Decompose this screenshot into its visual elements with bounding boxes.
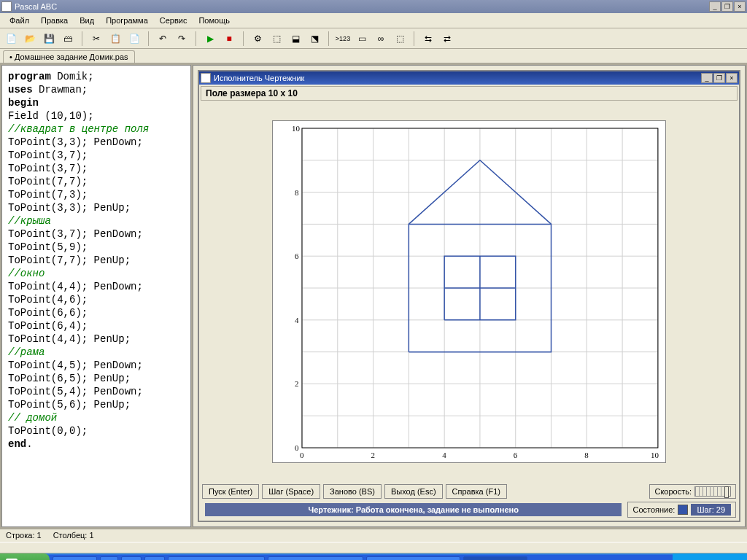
task-item[interactable]: 📁 PABC: [53, 556, 97, 560]
svg-text:4: 4: [442, 451, 446, 459]
main-titlebar: Pascal ABC _ ❐ ×: [0, 0, 747, 13]
statusbar: Строка: 1 Столбец: 1: [0, 529, 747, 542]
start-button[interactable]: Пуск: [0, 553, 50, 560]
drawing-canvas: 10 8 6 4 2 0 0 2 4 6 8 10: [272, 120, 666, 463]
svg-text:8: 8: [584, 451, 589, 459]
tool9-icon[interactable]: ⇆: [422, 32, 435, 45]
redo-icon[interactable]: ↷: [175, 32, 188, 45]
save-icon[interactable]: 💾: [42, 32, 55, 45]
run-button[interactable]: Пуск (Enter): [202, 484, 259, 499]
close-button[interactable]: ×: [734, 1, 746, 12]
speed-slider[interactable]: [694, 486, 731, 497]
tool4-icon[interactable]: ⬔: [308, 32, 321, 45]
menu-edit[interactable]: Правка: [36, 15, 73, 26]
task-item-active[interactable]: 🗔 Pascal ABC: [463, 556, 527, 560]
drawer-title: Исполнитель Чертежник: [214, 74, 304, 82]
copy-icon[interactable]: 📋: [109, 32, 122, 45]
task-item[interactable]: 📄: [121, 556, 142, 560]
speed-box: Скорость:: [649, 484, 736, 499]
menubar: Файл Правка Вид Программа Сервис Помощь: [0, 13, 747, 28]
menu-file[interactable]: Файл: [4, 15, 34, 26]
task-item[interactable]: 📘 IT2: Анализ и сам…: [168, 556, 266, 560]
drawer-minimize-button[interactable]: _: [701, 73, 713, 83]
stop-icon[interactable]: ■: [222, 32, 236, 45]
field-size-label: Поле размера 10 x 10: [201, 86, 738, 101]
status-col: Столбец: 1: [53, 531, 94, 540]
undo-icon[interactable]: ↶: [156, 32, 169, 45]
svg-text:2: 2: [295, 379, 298, 388]
svg-text:6: 6: [514, 451, 518, 459]
svg-text:8: 8: [295, 188, 299, 197]
reset-button[interactable]: Заново (BS): [323, 484, 382, 499]
tool3-icon[interactable]: ⬓: [289, 32, 302, 45]
tool7-icon[interactable]: ∞: [374, 32, 387, 45]
task-item[interactable]: 🅰: [100, 556, 118, 560]
task-item[interactable]: 📘 Referat_Guseva_…: [366, 556, 460, 560]
drawer-window: Исполнитель Чертежник _ ❐ × Поле размера…: [198, 70, 740, 522]
step-button[interactable]: Шаг (Space): [262, 484, 320, 499]
svg-text:4: 4: [295, 316, 299, 324]
task-item[interactable]: 🌐: [144, 556, 165, 560]
file-tab[interactable]: • Домашнее задание Домик.pas: [3, 50, 135, 63]
tool6-icon[interactable]: ▭: [355, 32, 368, 45]
tool8-icon[interactable]: ⬚: [393, 32, 406, 45]
minimize-button[interactable]: _: [709, 1, 721, 12]
drawer-icon: [201, 73, 211, 83]
taskbar: Пуск 📁 PABC 🅰 📄 🌐 📘 IT2: Анализ и сам… 📘…: [0, 553, 747, 560]
system-tray: RU 🛡 🔊 0:04: [673, 553, 747, 560]
menu-service[interactable]: Сервис: [155, 15, 193, 26]
menu-program[interactable]: Программа: [101, 15, 153, 26]
task-item[interactable]: 📘 Реферат Цыбико…: [268, 556, 363, 560]
svg-text:10: 10: [651, 451, 659, 459]
menu-help[interactable]: Помощь: [193, 15, 235, 26]
menu-view[interactable]: Вид: [74, 15, 99, 26]
help-button[interactable]: Справка (F1): [446, 484, 507, 499]
status-message: Чертежник: Работа окончена, задание не в…: [205, 503, 622, 516]
maximize-button[interactable]: ❐: [721, 1, 733, 12]
toolbar: 📄 📂 💾 🗃 ✂ 📋 📄 ↶ ↷ ▶ ■ ⚙ ⬚ ⬓ ⬔ >123 ▭ ∞ ⬚…: [0, 28, 747, 49]
drawer-maximize-button[interactable]: ❐: [713, 73, 725, 83]
status-line: Строка: 1: [6, 531, 42, 540]
code-editor[interactable]: program Domik; uses Drawman; begin Field…: [1, 65, 191, 527]
open-icon[interactable]: 📂: [23, 32, 36, 45]
saveall-icon[interactable]: 🗃: [61, 32, 74, 45]
svg-text:0: 0: [295, 443, 299, 452]
tool5-icon[interactable]: >123: [336, 32, 349, 45]
new-icon[interactable]: 📄: [4, 32, 18, 45]
svg-text:0: 0: [300, 451, 304, 459]
tabstrip: • Домашнее задание Домик.pas: [0, 49, 747, 63]
step-counter: Шаг: 29: [691, 504, 731, 516]
svg-text:10: 10: [292, 124, 300, 133]
exit-button[interactable]: Выход (Esc): [384, 484, 443, 499]
state-box: Состояние: Шаг: 29: [627, 502, 736, 518]
drawer-close-button[interactable]: ×: [726, 73, 738, 83]
app-title: Pascal ABC: [15, 2, 57, 11]
run-icon[interactable]: ▶: [204, 32, 217, 45]
tool1-icon[interactable]: ⚙: [251, 32, 264, 45]
app-icon: [1, 1, 12, 12]
tool10-icon[interactable]: ⇄: [441, 32, 454, 45]
svg-text:2: 2: [371, 451, 375, 459]
tool2-icon[interactable]: ⬚: [270, 32, 283, 45]
paste-icon[interactable]: 📄: [128, 32, 141, 45]
svg-text:6: 6: [295, 252, 299, 260]
cut-icon[interactable]: ✂: [90, 32, 103, 45]
